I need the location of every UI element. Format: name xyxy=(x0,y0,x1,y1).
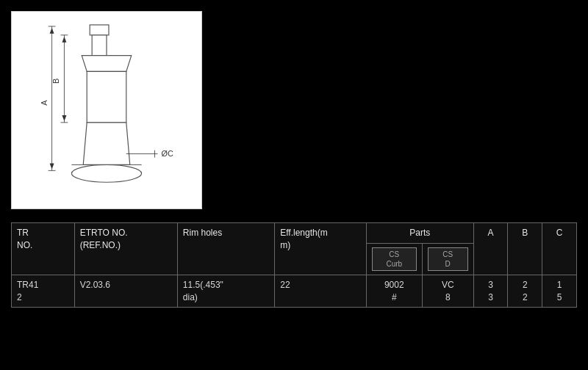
diagram-area: A B ØC xyxy=(11,11,202,209)
svg-text:A: A xyxy=(40,100,49,106)
cell-B: 2 2 xyxy=(508,275,542,308)
svg-text:ØC: ØC xyxy=(161,149,173,158)
cell-rim-holes: 11.5(.453" dia) xyxy=(177,275,274,308)
svg-marker-3 xyxy=(82,56,131,72)
col-tr-no: TR NO. xyxy=(12,223,75,275)
parts-sub1-box: CS Curb xyxy=(372,247,417,271)
col-rim-holes: Rim holes xyxy=(177,223,274,275)
col-eff-length: Eff.length(m m) xyxy=(275,223,367,275)
col-etrto-no: ETRTO NO. (REF.NO.) xyxy=(74,223,177,275)
svg-rect-1 xyxy=(90,25,109,35)
col-parts-sub2: CS D xyxy=(422,243,473,275)
col-A-header: A xyxy=(473,223,508,275)
svg-rect-4 xyxy=(87,71,126,122)
table-container: TR NO. ETRTO NO. (REF.NO.) Rim holes Eff… xyxy=(11,222,577,359)
cell-A: 3 3 xyxy=(473,275,508,308)
svg-rect-2 xyxy=(92,35,107,56)
specs-table: TR NO. ETRTO NO. (REF.NO.) Rim holes Eff… xyxy=(11,222,577,308)
col-B-header: B xyxy=(508,223,542,275)
col-parts-sub1: CS Curb xyxy=(366,243,422,275)
svg-point-5 xyxy=(71,164,141,182)
cell-tr-no: TR41 2 xyxy=(12,275,75,308)
cell-parts-val1: 9002 # xyxy=(366,275,422,308)
cell-eff-length: 22 xyxy=(275,275,367,308)
main-container: A B ØC TR NO. ETRTO NO. (REF.NO.) xyxy=(0,0,588,370)
parts-sub2-box: CS D xyxy=(428,247,468,271)
svg-marker-6 xyxy=(83,123,130,165)
svg-text:B: B xyxy=(52,79,61,84)
col-parts-header: Parts xyxy=(366,223,473,244)
cell-parts-val2: VC 8 xyxy=(422,275,473,308)
col-C-header: C xyxy=(542,223,577,275)
cell-C: 1 5 xyxy=(542,275,577,308)
cell-etrto-no: V2.03.6 xyxy=(74,275,177,308)
